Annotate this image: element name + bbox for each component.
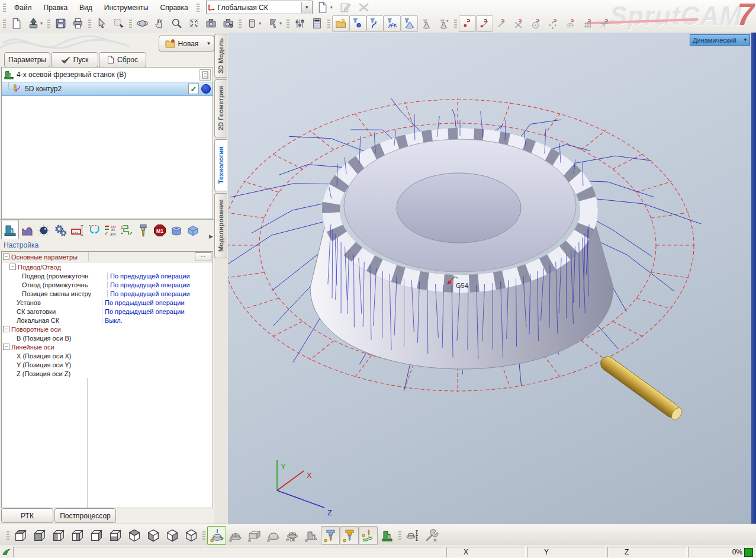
param-row[interactable]: X (Позиция оси X) — [2, 351, 213, 360]
show-result-ok-icon[interactable]: OK — [283, 526, 302, 545]
viewport-scrollbar[interactable] — [751, 33, 756, 524]
pan-view-icon[interactable] — [151, 15, 168, 32]
print-icon[interactable] — [69, 15, 86, 32]
view-mode-arrow[interactable]: ▼ — [741, 37, 749, 43]
show-part-icon[interactable] — [264, 526, 283, 545]
calculator-icon[interactable] — [308, 15, 326, 32]
view-back-icon[interactable] — [87, 526, 106, 545]
graphics-viewport[interactable]: G54 Y X Z Динамический ▼ — [228, 33, 756, 524]
tab-approach-retract-icon[interactable] — [85, 222, 102, 239]
new-operation-dropdown[interactable]: ▼ — [204, 36, 214, 52]
menu-view[interactable]: Вид — [74, 2, 98, 14]
snap-grid-icon[interactable] — [579, 15, 596, 32]
rect-select-icon[interactable] — [110, 15, 127, 32]
new-cs-icon[interactable] — [314, 0, 331, 16]
collapse-icon[interactable]: − — [3, 344, 9, 350]
param-row[interactable]: СК заготовки По предыдущей операции — [2, 307, 213, 316]
collapse-icon[interactable]: − — [3, 254, 9, 260]
zoom-icon[interactable] — [168, 15, 185, 32]
setup-wrench-icon[interactable] — [422, 526, 441, 545]
tab-tool-icon[interactable] — [135, 222, 152, 239]
pointer-flag-dropdown-icon[interactable]: ▾ — [279, 21, 285, 26]
show-machine-icon[interactable] — [302, 526, 321, 545]
save-icon[interactable] — [52, 15, 69, 32]
open-model-dropdown-icon[interactable]: ▾ — [40, 21, 46, 26]
select-cursor-icon[interactable] — [93, 15, 110, 32]
collapse-icon[interactable]: − — [3, 326, 9, 332]
tool-holder-gold-icon[interactable] — [340, 526, 359, 545]
param-row[interactable]: Отвод (промежуточнь По предыдущей операц… — [2, 280, 213, 289]
tab-3d-model[interactable]: 3D Модель — [214, 34, 227, 78]
workpiece-dropdown-icon[interactable]: ▾ — [259, 21, 264, 26]
tabs-overflow-icon[interactable]: ▶ — [209, 233, 214, 239]
menu-help[interactable]: Справка — [155, 2, 194, 14]
workpiece-cylinder-icon[interactable] — [243, 15, 260, 32]
tab-stock-box-icon[interactable] — [185, 222, 201, 239]
new-document-icon[interactable] — [8, 15, 25, 32]
tool-holder-blue-icon[interactable] — [321, 526, 340, 545]
viewport-scene[interactable]: G54 Y X Z — [228, 33, 756, 524]
import-geometry-icon[interactable] — [332, 15, 349, 32]
view-iso-1-icon[interactable] — [125, 526, 144, 545]
new-operation-button[interactable]: Новая — [159, 36, 205, 52]
simulate-setup-icon[interactable] — [207, 526, 226, 545]
tab-machine-icon[interactable] — [1, 220, 19, 239]
snap-mesh-icon[interactable] — [562, 15, 579, 32]
tree-row-machine[interactable]: 4-х осевой фрезерный станок (B) — [2, 68, 213, 82]
param-row[interactable]: Подвод (промежуточн По предыдущей операц… — [2, 271, 213, 280]
tab-gears-icon[interactable] — [52, 222, 69, 239]
machine-sim-icon[interactable] — [378, 526, 397, 545]
snap-point-icon[interactable] — [459, 15, 476, 32]
filters-icon[interactable] — [291, 15, 308, 32]
param-row[interactable]: −Поворотные оси — [2, 325, 213, 333]
import-surface-icon[interactable] — [401, 15, 418, 32]
view-bottom-icon[interactable] — [106, 526, 125, 545]
rtk-button[interactable]: РТК — [1, 508, 53, 523]
tab-feeds-icon[interactable]: 24484874 — [102, 222, 118, 239]
tab-2d-geometry[interactable]: 2D Геометрия — [214, 79, 227, 137]
menu-edit[interactable]: Правка — [38, 2, 73, 14]
tab-simulation[interactable]: Моделирование — [214, 193, 227, 258]
toolbar-grip-1[interactable] — [3, 18, 6, 29]
tab-holder-icon[interactable] — [168, 222, 185, 239]
view-iso-2-icon[interactable] — [144, 526, 163, 545]
snap-line-icon[interactable] — [493, 15, 510, 32]
rotate-view-icon[interactable] — [134, 15, 151, 32]
measure-part-icon[interactable] — [403, 526, 422, 545]
param-row[interactable]: −Линейные оси — [2, 342, 213, 351]
snapshot-settings-icon[interactable] — [220, 15, 237, 32]
view-iso-3-icon[interactable] — [163, 526, 182, 545]
param-row[interactable]: Y (Позиция оси Y) — [2, 360, 213, 369]
param-row[interactable]: −Подвод/Отвод — [2, 262, 213, 271]
view-mode-combo[interactable]: Динамический ▼ — [690, 34, 750, 46]
machine-doc-icon[interactable] — [200, 69, 211, 81]
new-cs-dropdown-icon[interactable]: ▾ — [330, 5, 336, 10]
tree-row-operation[interactable]: 5D контур2 ✓ — [2, 82, 213, 96]
view-front-icon[interactable] — [30, 526, 49, 545]
import-curve-icon[interactable] — [366, 15, 384, 32]
param-row[interactable]: B (Позиция оси B) — [2, 333, 213, 342]
collapse-icon[interactable]: − — [9, 264, 16, 270]
cs-combo-arrow[interactable]: ▼ — [301, 2, 312, 13]
view-iso-4-icon[interactable] — [182, 526, 201, 545]
operation-enabled-checkbox[interactable]: ✓ — [188, 84, 199, 94]
param-row[interactable]: Локальная СК Выкл. — [2, 316, 213, 325]
pointer-flag-icon[interactable] — [264, 15, 281, 32]
coordinate-system-combo[interactable]: Глобальная СК ▼ — [206, 1, 313, 14]
tab-strategy-icon[interactable] — [118, 222, 135, 239]
tab-technology[interactable]: Технология — [214, 139, 227, 191]
postprocessor-button[interactable]: Постпроцессор — [54, 508, 116, 523]
parameters-button[interactable]: Параметры — [4, 52, 50, 68]
snapshot-icon[interactable] — [202, 15, 220, 32]
reset-button[interactable]: Сброс — [99, 52, 146, 68]
menu-file[interactable]: Файл — [9, 2, 37, 14]
cs-toolbar-grip[interactable] — [197, 2, 200, 13]
ellipsis-button[interactable]: ... — [195, 252, 211, 261]
menubar-grip[interactable] — [3, 2, 6, 13]
tab-mold-icon[interactable] — [19, 222, 36, 239]
show-toolpath-icon[interactable] — [359, 526, 378, 545]
param-row[interactable]: −Основные параметры ... — [2, 252, 213, 262]
drape-surface-icon[interactable] — [418, 15, 435, 32]
snap-axis-icon[interactable] — [596, 15, 613, 32]
tab-workpiece-icon[interactable] — [69, 222, 85, 239]
